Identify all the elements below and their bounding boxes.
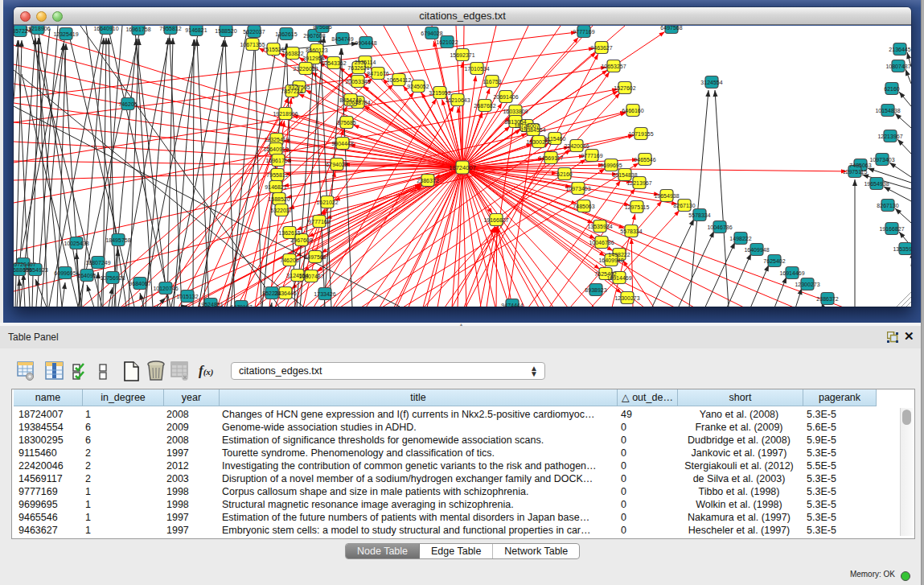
- svg-text:20691406: 20691406: [493, 94, 518, 100]
- svg-text:1498222: 1498222: [729, 236, 751, 241]
- svg-text:16961758: 16961758: [125, 27, 150, 32]
- svg-text:10654112: 10654112: [387, 77, 412, 83]
- svg-text:5578334: 5578334: [688, 212, 710, 218]
- svg-text:62160: 62160: [556, 171, 573, 177]
- svg-text:16914469: 16914469: [779, 270, 804, 276]
- svg-text:7663822: 7663822: [281, 51, 303, 56]
- svg-text:12325419: 12325419: [53, 31, 78, 37]
- svg-text:7632621: 7632621: [347, 65, 369, 71]
- svg-text:10046786: 10046786: [589, 240, 614, 245]
- svg-text:7955812: 7955812: [266, 172, 288, 178]
- svg-text:13654923: 13654923: [23, 267, 47, 273]
- svg-text:3124554: 3124554: [700, 80, 722, 85]
- svg-text:7485063: 7485063: [573, 204, 594, 209]
- svg-text:5578334: 5578334: [620, 229, 642, 234]
- svg-text:5322037: 5322037: [270, 208, 292, 213]
- svg-text:10653257: 10653257: [601, 64, 626, 69]
- svg-text:8267130: 8267130: [877, 203, 898, 208]
- svg-text:19384554: 19384554: [520, 127, 545, 133]
- svg-text:10756928: 10756928: [100, 275, 125, 281]
- svg-text:8471676: 8471676: [367, 71, 388, 76]
- svg-text:116753: 116753: [483, 79, 502, 84]
- svg-text:16210643: 16210643: [445, 97, 470, 103]
- svg-text:19166827: 19166827: [879, 226, 904, 232]
- svg-text:6794028: 6794028: [326, 162, 347, 167]
- svg-text:6497568: 6497568: [660, 26, 682, 31]
- svg-text:20053346: 20053346: [345, 79, 370, 84]
- svg-text:2136445: 2136445: [889, 47, 910, 52]
- svg-text:15692371: 15692371: [450, 52, 474, 58]
- svg-text:1621022: 1621022: [436, 39, 458, 45]
- svg-text:7485063: 7485063: [849, 163, 871, 168]
- svg-text:10671355: 10671355: [240, 42, 265, 47]
- svg-text:9777169: 9777169: [573, 29, 594, 35]
- svg-text:19524851: 19524851: [198, 302, 223, 307]
- svg-text:875685: 875685: [337, 120, 355, 126]
- svg-text:10807487: 10807487: [885, 64, 910, 69]
- svg-text:875685: 875685: [313, 26, 331, 30]
- svg-text:10807487: 10807487: [298, 274, 323, 279]
- svg-text:1362615: 1362615: [275, 31, 297, 37]
- svg-text:19218906: 19218906: [273, 111, 298, 117]
- svg-text:6497568: 6497568: [304, 254, 326, 260]
- svg-text:12213967: 12213967: [877, 134, 902, 139]
- svg-text:2386372: 2386372: [417, 178, 438, 183]
- svg-text:19654938: 19654938: [654, 193, 679, 199]
- svg-text:2386372: 2386372: [816, 296, 838, 302]
- svg-text:13535934: 13535934: [587, 224, 612, 229]
- svg-text:5322037: 5322037: [243, 29, 265, 35]
- svg-text:9465546: 9465546: [634, 157, 655, 163]
- svg-text:16409948: 16409948: [744, 247, 769, 253]
- svg-text:23226053: 23226053: [293, 66, 318, 72]
- svg-text:6794028: 6794028: [421, 31, 442, 36]
- svg-text:1527602: 1527602: [614, 85, 635, 91]
- svg-text:16033809: 16033809: [503, 109, 528, 114]
- svg-text:10973403: 10973403: [565, 186, 590, 192]
- svg-text:12975115: 12975115: [843, 169, 868, 175]
- svg-text:1498222: 1498222: [608, 252, 630, 257]
- svg-text:8454749: 8454749: [339, 97, 361, 103]
- svg-text:2967608: 2967608: [290, 237, 312, 243]
- svg-text:7625402: 7625402: [763, 258, 785, 264]
- svg-text:12300273: 12300273: [795, 282, 819, 287]
- svg-text:18724007: 18724007: [449, 164, 475, 171]
- svg-text:8267130: 8267130: [673, 203, 695, 208]
- svg-text:8660123: 8660123: [306, 47, 327, 53]
- svg-text:9474444: 9474444: [501, 303, 523, 307]
- svg-text:12975115: 12975115: [625, 204, 650, 210]
- svg-text:9904448: 9904448: [331, 141, 353, 146]
- svg-text:10120746: 10120746: [153, 286, 178, 291]
- svg-text:10046786: 10046786: [707, 225, 732, 230]
- svg-text:1362615: 1362615: [278, 230, 300, 236]
- svg-text:14569117: 14569117: [539, 155, 564, 161]
- svg-text:2687682: 2687682: [474, 103, 495, 109]
- svg-text:10719155: 10719155: [628, 131, 653, 137]
- svg-text:12300273: 12300273: [614, 295, 639, 301]
- svg-text:9684067: 9684067: [129, 281, 150, 286]
- svg-text:19654938: 19654938: [864, 181, 889, 187]
- svg-text:19218906: 19218906: [25, 26, 50, 31]
- svg-text:9146821: 9146821: [265, 184, 286, 190]
- svg-text:10543362: 10543362: [321, 60, 346, 66]
- svg-text:1588520: 1588520: [268, 196, 290, 202]
- svg-text:6479197: 6479197: [230, 304, 252, 307]
- svg-text:9777169: 9777169: [308, 219, 330, 225]
- svg-text:12213967: 12213967: [626, 180, 651, 186]
- svg-text:8454749: 8454749: [331, 36, 353, 42]
- svg-text:8938923: 8938923: [585, 287, 606, 293]
- svg-text:1015132: 1015132: [176, 294, 198, 299]
- svg-text:10973403: 10973403: [869, 157, 894, 163]
- svg-text:10154838: 10154838: [612, 172, 637, 178]
- svg-text:9146821: 9146821: [185, 27, 207, 33]
- svg-text:12325419: 12325419: [264, 137, 289, 142]
- svg-text:9115460: 9115460: [544, 136, 566, 142]
- svg-text:1733426: 1733426: [314, 291, 335, 297]
- svg-text:9904448: 9904448: [355, 40, 376, 46]
- svg-text:7955812: 7955812: [159, 26, 181, 31]
- svg-text:19166827: 19166827: [483, 217, 508, 223]
- svg-text:164095: 164095: [77, 273, 96, 278]
- svg-text:10154838: 10154838: [875, 108, 900, 113]
- svg-text:2136445: 2136445: [274, 290, 296, 296]
- svg-text:16961758: 16961758: [265, 158, 290, 163]
- svg-text:17010534: 17010534: [464, 66, 489, 72]
